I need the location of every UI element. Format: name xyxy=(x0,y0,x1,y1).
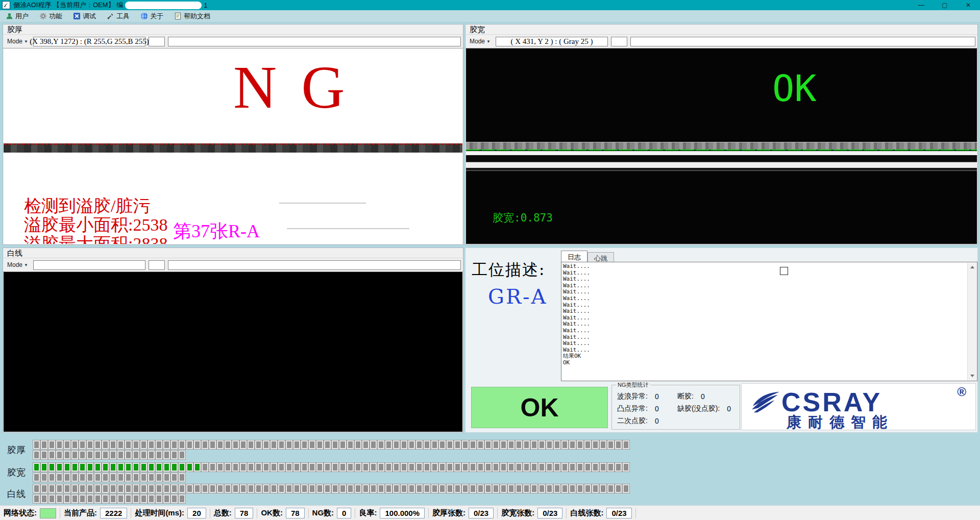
chevron-down-icon: ▼ xyxy=(24,263,28,267)
indicator-cell xyxy=(523,440,530,450)
indicator-cell xyxy=(125,473,132,482)
menu-item-label: 帮助文档 xyxy=(184,12,210,21)
maximize-button[interactable]: ▢ xyxy=(933,0,957,10)
menu-item-gear[interactable]: 功能 xyxy=(34,10,67,22)
indicator-cell xyxy=(109,473,117,482)
menu-item-user[interactable]: 用户 xyxy=(0,10,34,22)
menu-item-debug[interactable]: 调试 xyxy=(67,10,101,22)
indicator-cell xyxy=(339,462,347,472)
ng-stats-right-column: 断胶:0缺胶(没点胶):0 xyxy=(677,390,731,415)
indicator-cell xyxy=(370,484,377,493)
indicator-cell xyxy=(63,440,71,450)
indicator-cell xyxy=(599,484,607,493)
indicator-cell xyxy=(86,462,94,472)
ng-type-statistics: NG类型统计 波浪异常:0凸点异常:0二次点胶:0 断胶:0缺胶(没点胶):0 xyxy=(611,385,740,430)
station-description-value: GR-A xyxy=(488,285,547,308)
indicator-cell xyxy=(308,462,316,472)
indicator-cell xyxy=(178,473,186,482)
indicator-cell xyxy=(308,484,316,493)
ng-message-line1: 检测到溢胶/脏污 xyxy=(24,196,167,215)
indicator-cell xyxy=(255,462,262,472)
indicator-cell xyxy=(71,484,79,493)
ng-stat-item: 波浪异常:0 xyxy=(617,390,659,403)
indicator-cell xyxy=(546,462,553,472)
indicator-cell xyxy=(385,484,393,493)
indicator-cell xyxy=(170,462,178,472)
menu-item-label: 调试 xyxy=(83,12,96,21)
indicator-cell xyxy=(209,462,216,472)
mode-dropdown[interactable]: Mode ▼ xyxy=(5,37,30,45)
indicator-cell xyxy=(553,440,561,450)
indicator-cell xyxy=(109,462,117,472)
log-scrollbar[interactable] xyxy=(967,263,976,380)
indicator-cell xyxy=(247,440,255,450)
chevron-down-icon: ▼ xyxy=(486,39,491,44)
gear-icon xyxy=(39,12,47,20)
mode-label: Mode xyxy=(470,38,485,45)
indicator-cell xyxy=(270,462,278,472)
log-line: Wait.... xyxy=(563,276,590,283)
indicator-cell xyxy=(255,484,262,493)
indicator-cell xyxy=(148,494,155,504)
indicator-cell xyxy=(48,484,56,493)
indicator-cell xyxy=(148,450,155,460)
indicator-cell xyxy=(63,473,71,482)
indicator-cell xyxy=(86,440,94,450)
indicator-cell xyxy=(216,484,224,493)
panel-title: 胶宽 xyxy=(465,24,977,35)
log-tab-log[interactable]: 日志 xyxy=(561,251,587,262)
menu-item-help-doc[interactable]: 帮助文档 xyxy=(168,10,215,22)
log-checkbox[interactable] xyxy=(780,267,788,275)
scroll-up-arrow[interactable] xyxy=(968,263,976,271)
readout-box-small xyxy=(611,37,627,46)
titlebar: 侧涂AOI程序 【当前用户：OEM】 编 1 — ▢ ✕ xyxy=(0,0,980,10)
indicator-cell xyxy=(178,494,186,504)
log-output[interactable]: Wait....Wait....Wait....Wait....Wait....… xyxy=(561,262,977,381)
indicator-cell xyxy=(40,450,48,460)
indicator-cell xyxy=(193,462,201,472)
indicator-row xyxy=(33,484,630,493)
mode-dropdown[interactable]: Mode ▼ xyxy=(468,37,493,45)
indicator-cell xyxy=(56,462,63,472)
indicator-cell xyxy=(86,494,94,504)
indicator-cell xyxy=(33,462,40,472)
indicator-cell xyxy=(354,440,362,450)
indicator-cell xyxy=(102,450,109,460)
log-line: OK xyxy=(563,360,590,366)
indicator-cell xyxy=(140,462,148,472)
indicator-cell xyxy=(523,462,530,472)
glue-width-image[interactable]: OK 胶宽:0.873 xyxy=(466,48,977,244)
ng-stat-label: 断胶: xyxy=(677,392,694,401)
statusbar-label: NG数: xyxy=(312,508,334,518)
log-tab-heartbeat[interactable]: 心跳 xyxy=(587,252,614,262)
minimize-button[interactable]: — xyxy=(910,0,933,10)
about-icon xyxy=(140,12,148,20)
statusbar-value: 20 xyxy=(187,508,206,518)
ng-stat-value: 0 xyxy=(655,392,659,401)
indicator-cell xyxy=(316,462,324,472)
menu-item-tools[interactable]: 工具 xyxy=(101,10,135,22)
mode-label: Mode xyxy=(7,38,22,45)
indicator-cell xyxy=(86,484,94,493)
ng-result-text: NG xyxy=(233,58,369,118)
scroll-down-arrow[interactable] xyxy=(968,372,976,380)
indicator-group-label: 胶厚 xyxy=(7,444,26,456)
user-icon xyxy=(5,12,13,20)
indicator-cell xyxy=(477,440,484,450)
indicator-cell xyxy=(538,484,546,493)
indicator-cell xyxy=(569,462,576,472)
ng-stat-item: 凸点异常:0 xyxy=(617,403,659,415)
indicator-cell xyxy=(607,462,615,472)
overall-result-indicator[interactable]: OK xyxy=(471,387,608,428)
indicator-cell xyxy=(454,484,461,493)
glue-thickness-image[interactable]: NG 检测到溢胶/脏污 溢胶最小面积:2538 溢胶最大面积:2838 第37张… xyxy=(4,48,462,244)
white-line-image[interactable] xyxy=(4,272,462,432)
mode-dropdown[interactable]: Mode ▼ xyxy=(5,261,30,269)
menu-item-about[interactable]: 关于 xyxy=(135,10,168,22)
indicator-cell xyxy=(117,473,125,482)
close-button[interactable]: ✕ xyxy=(957,0,980,10)
indicator-cell xyxy=(415,440,423,450)
indicator-cell xyxy=(492,484,500,493)
indicator-cell xyxy=(155,440,163,450)
indicator-cell xyxy=(592,462,599,472)
